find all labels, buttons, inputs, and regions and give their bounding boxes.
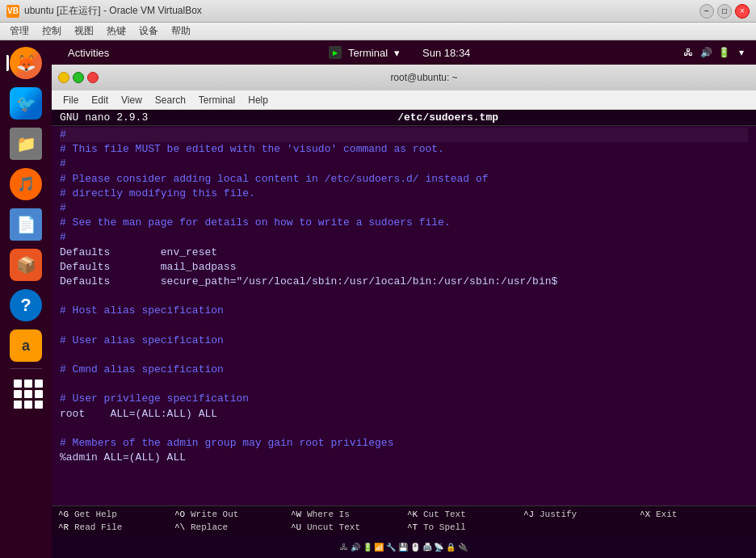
vbox-window-title: ubuntu [正在运行] - Oracle VM VirtualBox	[24, 4, 699, 18]
nano-line: #	[60, 201, 748, 216]
nano-line: # User privilege specification	[60, 392, 748, 406]
vbox-app-icon: VB	[6, 5, 19, 18]
nano-line: root ALL=(ALL:ALL) ALL	[60, 407, 748, 422]
nano-shortcut-writeout[interactable]: ^O Write Out	[171, 508, 288, 521]
nano-content[interactable]: # # This file MUST be edited with the 'v…	[52, 126, 756, 506]
nano-line: Defaults secure_path="/usr/local/sbin:/u…	[60, 275, 748, 289]
nano-editor: GNU nano 2.9.3 /etc/sudoers.tmp # # This…	[52, 110, 756, 535]
vbox-menu-帮助[interactable]: 帮助	[165, 23, 197, 40]
dock-document[interactable]: 📄	[6, 205, 45, 244]
nano-shortcut-uncuttext[interactable]: ^U Uncut Text	[288, 521, 404, 534]
vm-window: 🦊 🐦 📁 🎵 📄 📦 ? a	[0, 40, 756, 558]
nano-filename: /etc/sudoers.tmp	[397, 111, 498, 124]
nano-shortcut-tospell[interactable]: ^T To Spell	[404, 521, 520, 534]
nano-line: # Cmnd alias specification	[60, 363, 748, 377]
nano-line: #	[60, 128, 748, 142]
nano-line: %admin ALL=(ALL) ALL	[60, 451, 748, 465]
nano-line	[60, 348, 748, 363]
nano-line	[60, 422, 748, 436]
gnome-activities-button[interactable]: Activities	[60, 47, 117, 59]
nano-shortcut-justify[interactable]: ^J Justify	[520, 508, 636, 521]
nano-line: # See the man page for details on how to…	[60, 216, 748, 230]
terminal-dropdown-arrow[interactable]: ▾	[394, 47, 400, 59]
dock-apps-grid[interactable]	[6, 372, 45, 411]
nano-line: Defaults env_reset	[60, 245, 748, 260]
terminal-menu-edit[interactable]: Edit	[85, 93, 115, 107]
vbox-window-controls: − □ ×	[699, 4, 750, 19]
dock-thunderbird[interactable]: 🐦	[6, 84, 45, 123]
nano-line	[60, 318, 748, 333]
battery-icon[interactable]: 🔋	[717, 46, 730, 59]
terminal-chrome: root@ubuntu: ~	[52, 65, 756, 90]
vbox-menu-控制[interactable]: 控制	[36, 23, 68, 40]
terminal-menu-help[interactable]: Help	[242, 93, 275, 107]
dock-help[interactable]: ?	[6, 286, 45, 325]
vbox-menu-视图[interactable]: 视图	[68, 23, 100, 40]
dock-rhythmbox[interactable]: 🎵	[6, 165, 45, 203]
nano-shortcut-readfile[interactable]: ^R Read File	[55, 521, 171, 534]
nano-shortcut-whereis[interactable]: ^W Where Is	[288, 508, 404, 521]
gnome-bottom-tray: 🖧 🔊 🔋 📶 🔧 💾 🖱️ 🖨️ 📡 🔒 🔌	[52, 535, 756, 558]
gnome-topbar-right: 🖧 🔊 🔋 ▾	[682, 46, 748, 59]
terminal-menu-view[interactable]: View	[115, 93, 149, 107]
maximize-button[interactable]: □	[717, 4, 732, 19]
gnome-topbar: Activities ▶ Terminal ▾ Sun 18:34 🖧 🔊 🔋 …	[52, 40, 756, 65]
terminal-minimize-button[interactable]	[58, 72, 69, 83]
vbox-menubar: 管理控制视图热键设备帮助	[0, 23, 756, 40]
nano-titlebar: GNU nano 2.9.3 /etc/sudoers.tmp	[52, 110, 756, 126]
nano-line: # User alias specification	[60, 334, 748, 348]
nano-line: #	[60, 157, 748, 171]
dock-amazon[interactable]: a	[6, 326, 45, 365]
vbox-menu-管理[interactable]: 管理	[3, 23, 36, 40]
nano-line: # directly modifying this file.	[60, 187, 748, 201]
nano-shortcut-exit[interactable]: ^X Exit	[636, 508, 753, 521]
nano-version: GNU nano 2.9.3	[60, 111, 148, 124]
terminal-menu-search[interactable]: Search	[149, 93, 192, 107]
nano-line: #	[60, 230, 748, 245]
system-menu-icon[interactable]: ▾	[735, 46, 748, 59]
close-button[interactable]: ×	[735, 4, 750, 19]
terminal-window-controls	[58, 72, 99, 83]
vbox-menu-设备[interactable]: 设备	[132, 23, 165, 40]
terminal-taskbar-icon: ▶	[329, 46, 342, 59]
gnome-topbar-center: ▶ Terminal ▾ Sun 18:34	[117, 46, 682, 59]
bottom-tray-icons: 🖧 🔊 🔋 📶 🔧 💾 🖱️ 🖨️ 📡 🔒 🔌	[340, 543, 468, 552]
terminal-taskbar-label: Terminal	[348, 47, 388, 59]
nano-line: # This file MUST be edited with the 'vis…	[60, 142, 748, 157]
terminal-window-title: root@ubuntu: ~	[99, 72, 750, 83]
vbox-menu-热键[interactable]: 热键	[100, 23, 132, 40]
terminal-menubar: File Edit View Search Terminal Help	[52, 90, 756, 110]
nano-line: Defaults mail_badpass	[60, 260, 748, 275]
terminal-container: Activities ▶ Terminal ▾ Sun 18:34 🖧 🔊 🔋 …	[52, 40, 756, 558]
gnome-clock: Sun 18:34	[422, 47, 470, 59]
vbox-titlebar: VB ubuntu [正在运行] - Oracle VM VirtualBox …	[0, 0, 756, 23]
nano-shortcuts: ^G Get Help ^O Write Out ^W Where Is ^K …	[52, 506, 756, 535]
nano-line: # Host alias specification	[60, 304, 748, 318]
terminal-menu-file[interactable]: File	[57, 93, 85, 107]
terminal-menu-terminal[interactable]: Terminal	[192, 93, 242, 107]
terminal-maximize-button[interactable]	[73, 72, 84, 83]
network-icon[interactable]: 🖧	[682, 46, 695, 59]
dock-firefox[interactable]: 🦊	[6, 44, 45, 82]
dock-software[interactable]: 📦	[6, 245, 45, 284]
minimize-button[interactable]: −	[699, 4, 714, 19]
nano-line: # Please consider adding local content i…	[60, 172, 748, 187]
ubuntu-dock: 🦊 🐦 📁 🎵 📄 📦 ? a	[0, 40, 52, 558]
nano-line	[60, 377, 748, 392]
nano-line	[60, 289, 748, 304]
nano-line: # Members of the admin group may gain ro…	[60, 436, 748, 451]
nano-shortcut-gethelp[interactable]: ^G Get Help	[55, 508, 171, 521]
volume-icon[interactable]: 🔊	[699, 46, 712, 59]
dock-files[interactable]: 📁	[6, 124, 45, 163]
nano-shortcut-replace[interactable]: ^\ Replace	[171, 521, 288, 534]
terminal-close-button[interactable]	[87, 72, 99, 83]
nano-shortcut-cuttext[interactable]: ^K Cut Text	[404, 508, 520, 521]
